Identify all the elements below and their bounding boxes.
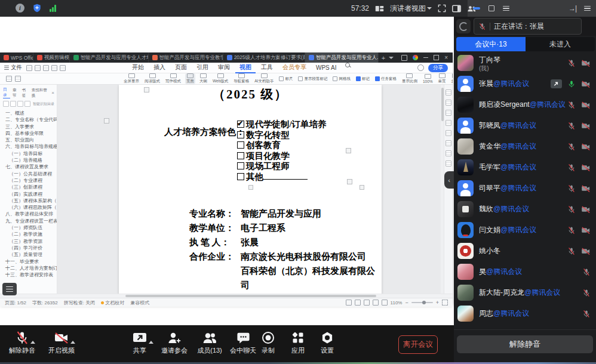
participant-row[interactable]: 魏欣@腾讯会议 xyxy=(454,199,596,220)
tab-not-joined[interactable]: 未进入 xyxy=(526,37,595,51)
outline-item[interactable]: （二）教学设施 xyxy=(0,231,57,237)
wps-maximize-button[interactable] xyxy=(434,55,439,60)
ribbon-button[interactable]: 任务窗格 xyxy=(374,76,398,82)
floating-menu-button[interactable] xyxy=(2,283,17,295)
ribbon-button[interactable]: 全屏显示 xyxy=(122,73,140,84)
participant-row[interactable]: 郭晓凤@腾讯会议 xyxy=(454,115,596,136)
doc-tab[interactable]: 智能产品开发与应用专业教学标准... xyxy=(149,53,223,63)
outline-item[interactable]: 十三、教学进程安排表 xyxy=(0,272,57,278)
ribbon-tab[interactable]: 工具 xyxy=(257,63,277,73)
sidebar-collapse-handle[interactable]: ‹ xyxy=(444,171,454,189)
wps-home-tab[interactable]: WPS Office xyxy=(0,53,33,63)
fit-page-icon[interactable] xyxy=(442,300,448,306)
chevron-up-icon[interactable] xyxy=(70,341,75,344)
fullscreen-icon[interactable] xyxy=(438,4,446,13)
side-panel-icon[interactable] xyxy=(452,5,461,13)
security-shield-icon[interactable] xyxy=(32,3,42,13)
outline-item[interactable]: （六）课程思政矩阵（Moral Education Matr... xyxy=(0,204,57,211)
invite-button[interactable]: 邀请参会 xyxy=(156,330,192,359)
redo-icon[interactable] xyxy=(60,65,66,71)
participant-row[interactable]: 姚小冬 xyxy=(454,240,596,261)
outline-item[interactable]: （五）课程体系架构（见表13所示） xyxy=(0,198,57,204)
ribbon-tab[interactable]: 开始 xyxy=(128,63,148,73)
collapse-panel-icon[interactable]: →| xyxy=(569,4,576,13)
wps-minimize-button[interactable] xyxy=(423,57,428,58)
save-icon[interactable] xyxy=(26,65,32,71)
window-menu-icon[interactable] xyxy=(503,6,509,11)
outline-item[interactable]: 四、基本修业年限 xyxy=(0,130,57,137)
ribbon-button[interactable]: 大纲 xyxy=(198,73,208,84)
side-tool-icon[interactable] xyxy=(446,140,451,146)
view-read-icon[interactable] xyxy=(355,300,361,306)
tab-in-meeting[interactable]: 会议中·13 xyxy=(456,37,526,51)
zoom-in-button[interactable]: + xyxy=(436,300,439,306)
outline-item[interactable]: （四）学习评价 xyxy=(0,245,57,251)
leave-meeting-button[interactable]: 离开会议 xyxy=(398,335,438,354)
search-icon[interactable] xyxy=(345,63,350,67)
side-tool-icon[interactable] xyxy=(446,110,451,116)
side-tool-icon[interactable] xyxy=(446,90,451,95)
doc-tab[interactable]: 2025级人才培养方案修订要求(最终版)... xyxy=(223,53,305,63)
ribbon-left-icon[interactable] xyxy=(6,76,12,82)
horizontal-scrollbar[interactable] xyxy=(0,294,453,298)
minimize-button[interactable] xyxy=(473,7,480,10)
proofing-status[interactable]: 文档校对 xyxy=(101,300,124,306)
ribbon-button[interactable]: 网格线 xyxy=(331,76,352,82)
participant-row[interactable]: 丁向琴 (我) xyxy=(454,53,596,73)
wps-assistant-icon[interactable] xyxy=(413,55,418,60)
apps-button[interactable]: 应用 xyxy=(284,330,312,359)
close-nav-pane-icon[interactable]: × xyxy=(51,90,54,95)
ribbon-button[interactable]: 显示段落标记 xyxy=(297,76,328,82)
outline-item[interactable]: 五、职业面向 xyxy=(0,137,57,143)
outline-item[interactable]: 三、入学要求 xyxy=(0,124,57,130)
view-page-icon[interactable] xyxy=(346,300,352,306)
outline-expand-button[interactable] xyxy=(10,101,16,107)
ribbon-button[interactable]: 多页 xyxy=(450,73,453,84)
participant-row[interactable]: 司翠平@腾讯会议 xyxy=(454,178,596,199)
outline-item[interactable]: （二）培养规格 xyxy=(0,157,57,164)
quick-access-toolbar[interactable] xyxy=(26,65,66,71)
ribbon-button[interactable]: 阅读版式 xyxy=(143,73,161,84)
ribbon-button[interactable]: 页面 xyxy=(185,73,195,84)
side-tool-icon[interactable] xyxy=(446,120,451,126)
ribbon-tab[interactable]: 插入 xyxy=(149,63,170,73)
outline-item[interactable]: （一）培养目标 xyxy=(0,150,57,157)
ribbon-button[interactable]: 导航窗格 xyxy=(232,73,250,84)
participant-row[interactable]: 黄金华@腾讯会议 xyxy=(454,136,596,157)
participant-row[interactable]: 新大陆-周克龙@腾讯会议 xyxy=(454,282,596,303)
ribbon-tab[interactable]: 引用 xyxy=(192,63,213,73)
ribbon-tab[interactable]: 视图 xyxy=(235,63,256,73)
ribbon-button[interactable]: 单页 xyxy=(437,73,447,84)
chevron-up-icon[interactable] xyxy=(30,341,35,344)
smart-outline-button[interactable]: 智能识别目录 xyxy=(33,101,54,107)
more-menu-icon[interactable] xyxy=(584,6,591,11)
side-tool-icon[interactable] xyxy=(446,130,451,136)
members-button[interactable]: 成员(13) xyxy=(192,330,227,359)
unmute-button[interactable]: 解除静音 xyxy=(5,330,39,359)
outline-item[interactable]: 十一、毕业要求 xyxy=(0,258,57,265)
outline-item[interactable]: （三）创新课程 xyxy=(0,184,57,190)
settings-gear-icon[interactable] xyxy=(417,64,424,71)
side-tool-icon[interactable] xyxy=(446,161,451,166)
participant-row[interactable]: 顾启凌Sergeant@腾讯会议 xyxy=(454,94,596,115)
participant-row[interactable]: 闫文娟@腾讯会议 xyxy=(454,220,596,240)
outline-item[interactable]: （五）质量管理 xyxy=(0,251,57,258)
outline-item[interactable]: 七、课程设置及要求 xyxy=(0,164,57,170)
outline-item[interactable]: （四）实践课程 xyxy=(0,191,57,198)
view-mode-selector[interactable]: 演讲者视图 xyxy=(390,4,432,14)
zoom-percent[interactable]: 110% xyxy=(391,300,403,306)
outline-item[interactable]: 八、教学进程总体安排 xyxy=(0,211,57,217)
outline-item[interactable]: 十二、人才培养方案制订的依据和说明 xyxy=(0,265,57,272)
participant-row[interactable]: 张晨@腾讯会议 xyxy=(454,73,596,94)
maximize-button[interactable] xyxy=(489,5,494,11)
ribbon-button[interactable]: 100% xyxy=(422,74,434,84)
outline-next-button[interactable] xyxy=(24,101,30,107)
ribbon-button[interactable]: AI文档助手 xyxy=(253,73,275,84)
record-button[interactable]: 录制 xyxy=(255,330,281,359)
undo-icon[interactable] xyxy=(51,65,57,71)
ribbon-tab[interactable]: 会员专享 xyxy=(278,63,311,73)
zoom-out-button[interactable]: − xyxy=(405,300,408,306)
doc-tab[interactable]: 视频剪辑模板 xyxy=(33,53,70,63)
info-icon[interactable]: i xyxy=(16,4,24,13)
outline-collapse-button[interactable] xyxy=(3,101,9,107)
